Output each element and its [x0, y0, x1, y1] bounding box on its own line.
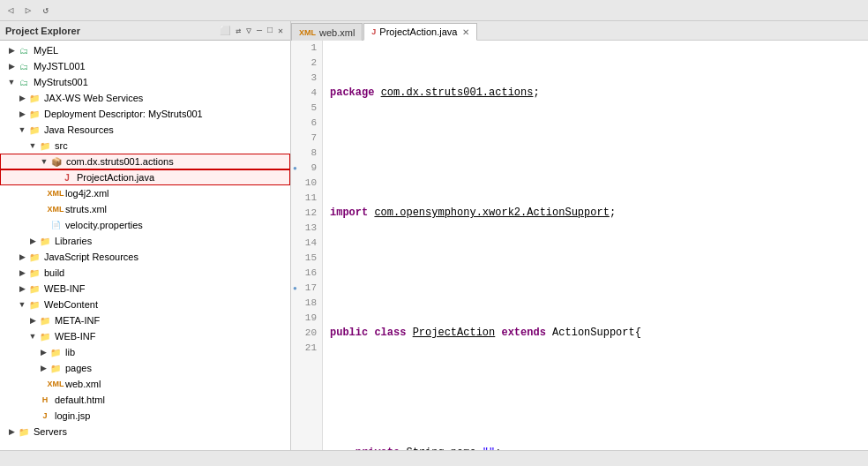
xml-icon-webxml: XML — [49, 378, 63, 390]
tree-item-lib[interactable]: ▶ 📁 lib — [0, 344, 290, 360]
sync-icon[interactable]: ⇄ — [234, 25, 243, 37]
folder-icon-build: 📁 — [27, 267, 41, 279]
code-line-1: package com.dx.struts001.actions; — [323, 86, 868, 101]
maximize-icon[interactable]: □ — [266, 25, 274, 36]
refresh-icon[interactable]: ↺ — [39, 4, 53, 18]
tree-item-defaulthtml[interactable]: H default.html — [0, 392, 290, 408]
line-num-9: 9 — [291, 161, 322, 176]
tab-webxml[interactable]: XML web.xml — [291, 23, 363, 41]
line-numbers: 1 2 3 4 5 6 7 8 9 10 11 12 13 14 15 16 1… — [291, 41, 323, 450]
tree-item-webinf-webcontent[interactable]: ▼ 📁 WEB-INF — [0, 328, 290, 344]
label-java-resources: Java Resources — [44, 124, 114, 135]
line-num-2: 2 — [291, 56, 322, 71]
back-icon[interactable]: ◁ — [4, 4, 18, 18]
folder-icon-pages: 📁 — [49, 362, 63, 374]
code-line-3: import com.opensymphony.xwork2.ActionSup… — [323, 206, 868, 221]
label-webinf-webcontent: WEB-INF — [55, 331, 95, 342]
arrow-webcontent: ▼ — [18, 300, 26, 309]
tab-icon-projectaction: J — [371, 27, 376, 36]
folder-icon-webcontent: 📁 — [27, 298, 41, 311]
tree-item-package[interactable]: ▼ 📦 com.dx.struts001.actions — [0, 154, 290, 169]
tree-item-webcontent[interactable]: ▼ 📁 WebContent — [0, 297, 290, 312]
collapse-icon[interactable]: ⬜ — [218, 25, 232, 37]
arrow-velocity — [39, 221, 48, 229]
arrow-webinf-top: ▶ — [18, 284, 26, 293]
tree-item-webinf-top[interactable]: ▶ 📁 WEB-INF — [0, 281, 290, 297]
close-icon[interactable]: ✕ — [276, 25, 285, 37]
arrow-lib: ▶ — [39, 348, 48, 357]
label-velocity: velocity.properties — [65, 220, 143, 230]
label-webinf-top: WEB-INF — [44, 283, 85, 294]
menu-icon[interactable]: ▽ — [244, 25, 253, 37]
tree-item-java-resources[interactable]: ▼ 📁 Java Resources — [0, 122, 290, 138]
tree-item-webxml[interactable]: XML web.xml — [0, 376, 290, 392]
tree-item-projectaction[interactable]: J ProjectAction.java — [0, 169, 290, 185]
folder-icon-deployment: 📁 — [27, 108, 41, 120]
project-explorer-panel: Project Explorer ⬜ ⇄ ▽ — □ ✕ ▶ 🗂 MyEL ▶ … — [0, 21, 291, 450]
label-build: build — [44, 267, 64, 278]
java-icon-projectaction: J — [60, 171, 74, 184]
label-webxml: web.xml — [65, 379, 101, 389]
folder-icon-webinf-top: 📁 — [27, 282, 41, 295]
tree-item-build[interactable]: ▶ 📁 build — [0, 265, 290, 281]
arrow-webinf-webcontent: ▼ — [28, 332, 37, 341]
folder-icon-libraries: 📁 — [38, 235, 52, 247]
tree-item-mystruts001[interactable]: ▼ 🗂 MyStruts001 — [0, 74, 290, 90]
arrow-defaulthtml — [28, 395, 37, 404]
tab-close-projectaction[interactable]: ✕ — [462, 27, 469, 37]
tree-item-strutsxml[interactable]: XML struts.xml — [0, 201, 290, 217]
label-libraries: Libraries — [55, 236, 92, 246]
arrow-src: ▼ — [28, 141, 37, 150]
tab-label-projectaction: ProjectAction.java — [379, 26, 457, 37]
tree-item-velocity[interactable]: 📄 velocity.properties — [0, 217, 290, 233]
arrow-js-resources: ▶ — [18, 252, 26, 261]
label-webcontent: WebContent — [44, 299, 98, 310]
tree-item-jaxws[interactable]: ▶ 📁 JAX-WS Web Services — [0, 90, 290, 106]
arrow-myjstl001: ▶ — [7, 62, 16, 71]
tree-item-deployment[interactable]: ▶ 📁 Deployment Descriptor: MyStruts001 — [0, 106, 290, 122]
package-icon: 📦 — [49, 155, 64, 168]
tree-item-servers[interactable]: ▶ 📁 Servers — [0, 424, 290, 440]
tree-item-log4j2[interactable]: XML log4j2.xml — [0, 185, 290, 201]
xml-icon-strutsxml: XML — [49, 203, 63, 215]
tree-item-metainf[interactable]: ▶ 📁 META-INF — [0, 312, 290, 328]
arrow-deployment: ▶ — [18, 109, 26, 118]
forward-icon[interactable]: ▷ — [21, 4, 35, 18]
line-num-11: 11 — [291, 191, 322, 206]
editor-tabs: XML web.xml J ProjectAction.java ✕ — [291, 21, 868, 41]
line-num-1: 1 — [291, 41, 322, 56]
tree-item-libraries[interactable]: ▶ 📁 Libraries — [0, 233, 290, 249]
code-content[interactable]: package com.dx.struts001.actions; import… — [323, 41, 868, 450]
tree-item-loginjsp[interactable]: J login.jsp — [0, 408, 290, 424]
label-loginjsp: login.jsp — [55, 410, 90, 421]
project-icon-mystruts001: 🗂 — [17, 76, 31, 88]
code-area[interactable]: 1 2 3 4 5 6 7 8 9 10 11 12 13 14 15 16 1… — [291, 41, 868, 450]
tree-item-myel[interactable]: ▶ 🗂 MyEL — [0, 42, 290, 58]
tree-item-js-resources[interactable]: ▶ 📁 JavaScript Resources — [0, 249, 290, 265]
folder-icon-java-resources: 📁 — [27, 124, 41, 136]
arrow-projectaction — [50, 173, 59, 182]
arrow-log4j2 — [39, 189, 48, 198]
explorer-header-icons: ⬜ ⇄ ▽ — □ ✕ — [218, 25, 285, 37]
tab-projectaction[interactable]: J ProjectAction.java ✕ — [363, 23, 477, 41]
folder-icon-js-resources: 📁 — [27, 251, 41, 263]
explorer-tree: ▶ 🗂 MyEL ▶ 🗂 MyJSTL001 ▼ 🗂 MyStruts001 ▶… — [0, 41, 290, 450]
minimize-icon[interactable]: — — [255, 25, 264, 36]
line-num-12: 12 — [291, 206, 322, 221]
tree-item-src[interactable]: ▼ 📁 src — [0, 138, 290, 154]
tab-label-webxml: web.xml — [319, 27, 355, 38]
line-num-3: 3 — [291, 71, 322, 86]
folder-icon-lib: 📁 — [49, 346, 63, 358]
line-num-20: 20 — [291, 326, 322, 341]
project-icon-myjstl001: 🗂 — [17, 60, 31, 72]
line-num-13: 13 — [291, 221, 322, 236]
tab-icon-webxml: XML — [299, 28, 316, 37]
tree-item-myjstl001[interactable]: ▶ 🗂 MyJSTL001 — [0, 58, 290, 74]
label-pages: pages — [65, 363, 92, 373]
project-icon-myel: 🗂 — [17, 44, 31, 56]
tree-item-pages[interactable]: ▶ 📁 pages — [0, 360, 290, 376]
folder-icon-src: 📁 — [38, 139, 52, 152]
arrow-myel: ▶ — [7, 46, 16, 55]
label-mystruts001: MyStruts001 — [34, 77, 88, 87]
explorer-title: Project Explorer — [5, 26, 214, 36]
